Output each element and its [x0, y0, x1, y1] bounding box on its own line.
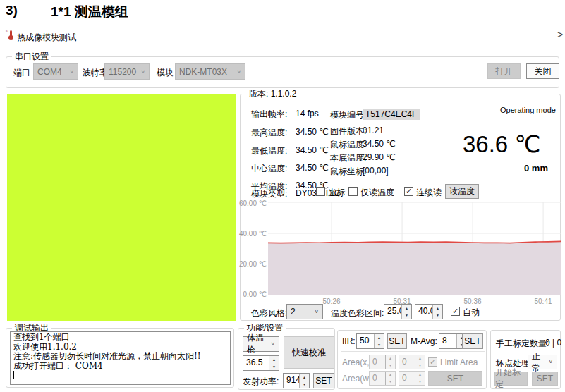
x-tick-3: 50:36: [455, 298, 490, 305]
readonly-checkbox[interactable]: [348, 187, 358, 196]
area-y-value: 0: [399, 355, 415, 369]
chart-plot-area: [268, 202, 561, 295]
big-temperature-value: 36.6 ℃: [463, 130, 540, 158]
spinner-arrows-icon[interactable]: ▲▼: [299, 374, 309, 388]
iir-value: 50: [357, 334, 374, 348]
cursor-checkbox-label: 光标: [328, 187, 345, 199]
close-port-button[interactable]: 关闭: [526, 63, 559, 79]
firmware-label: 固件版本:: [330, 125, 366, 137]
debug-line: 欢迎使用1.1.0.2: [13, 343, 230, 353]
manual-calib-count-label: 手工标定数量:: [496, 338, 549, 350]
base-temp-label: 本底温度:: [330, 152, 366, 164]
window-title: 热成像模块测试: [17, 32, 76, 44]
area-set-button[interactable]: SET: [428, 371, 482, 386]
spinner-arrows-icon: ▲▼: [415, 355, 425, 369]
temperature-chart: 60.00 ℃ 40.00 ℃ 20.00 ℃ 0.00 ℃ 50:26 50:…: [241, 202, 561, 307]
color-style-label: 色彩风格:: [251, 307, 287, 319]
spinner-arrows-icon[interactable]: ▲▼: [269, 356, 279, 370]
manual-calib-count-value: 0 | 0: [545, 338, 561, 348]
area-x-spinner[interactable]: 0 ▲▼: [369, 355, 396, 369]
calibration-group: 手工标定数量: 0 | 0 坏点处理: 正常 ∨ 开始标定 SET: [490, 330, 561, 389]
limit-area-checkbox[interactable]: [428, 357, 437, 367]
mavg-label: M-Avg:: [411, 336, 437, 346]
range-max-spinner[interactable]: 40.0 ▲▼: [415, 304, 443, 319]
debug-line: 成功打开端口： COM4: [13, 362, 230, 372]
emit-power-label: 发射功率:: [243, 376, 279, 388]
debug-output-group: 调试输出 查找到1个端口 欢迎使用1.1.0.2 注意:传感器切勿长时间对准光源…: [6, 328, 234, 388]
baud-value: 115200: [109, 67, 136, 77]
x-tick-4: 50:41: [525, 298, 561, 305]
spinner-arrows-icon: ▲▼: [385, 355, 395, 369]
y-tick-20: 20.00 ℃: [239, 260, 267, 268]
spinner-arrows-icon: ▲▼: [415, 372, 425, 385]
y-tick-0: 0.00 ℃: [243, 290, 267, 298]
start-calibration-button[interactable]: 开始标定: [494, 372, 528, 386]
quick-calibrate-button[interactable]: 快速校准: [284, 336, 334, 369]
body-temp-value: 36.5: [243, 356, 269, 370]
module-type-label: 模块类型:: [251, 188, 287, 200]
auto-checkbox[interactable]: [451, 307, 460, 316]
center-temp-value: 34.50 ℃: [296, 163, 329, 173]
iir-spinner[interactable]: 50 ▲▼: [356, 333, 384, 349]
bad-pixel-select[interactable]: 正常 ∨: [528, 355, 557, 369]
debug-output-textbox[interactable]: 查找到1个端口 欢迎使用1.1.0.2 注意:传感器切勿长时间对准光源，禁止朝向…: [10, 331, 231, 385]
iir-label: IIR:: [342, 336, 356, 346]
color-style-select[interactable]: 2 ∨: [286, 304, 323, 319]
read-temp-button[interactable]: 读温度: [445, 184, 479, 199]
spinner-arrows-icon[interactable]: ▲▼: [432, 305, 442, 319]
spinner-arrows-icon[interactable]: ▲▼: [401, 305, 411, 319]
module-value: NDK-MT03X: [179, 67, 227, 77]
range-max-value: 40.0: [415, 305, 432, 319]
limit-area-label: Limit Area: [440, 357, 478, 367]
frame-rate-value: 14 fps: [296, 109, 319, 118]
area-y-spinner[interactable]: 0 ▲▼: [399, 355, 425, 369]
chevron-down-icon: ∨: [548, 360, 553, 365]
calibration-set-button[interactable]: SET: [532, 372, 558, 386]
bad-pixel-value: 正常: [532, 350, 548, 374]
distance-value: 0 mm: [524, 163, 548, 173]
doc-heading-number: 3): [6, 3, 18, 18]
min-temp-value: 34.50 ℃: [296, 145, 329, 155]
color-style-value: 2: [291, 307, 296, 317]
area-h-spinner[interactable]: 0 ▲▼: [399, 371, 425, 386]
area-x-value: 0: [370, 355, 385, 369]
cursor-checkbox[interactable]: [316, 187, 325, 196]
mouse-coord-value: [00,00]: [363, 166, 389, 176]
range-min-spinner[interactable]: 25.0 ▲▼: [384, 304, 412, 319]
emit-power-value: 914: [284, 374, 299, 388]
area-w-value: 0: [370, 372, 385, 385]
module-select[interactable]: NDK-MT03X ∨: [175, 63, 245, 80]
iir-set-button[interactable]: SET: [387, 333, 407, 349]
serial-settings-group: 串口设置 端口 COM4 ∨ 波特率 115200 ∨ 模块 NDK-MT03X…: [6, 56, 559, 88]
continuous-checkbox[interactable]: [404, 187, 413, 196]
divider: [341, 351, 485, 352]
emit-power-spinner[interactable]: 914 ▲▼: [283, 373, 310, 388]
app-window: 3) 1*1 测温模组 c 热成像模块测试 > 串口设置 端口 COM4 ∨ 波…: [0, 0, 565, 392]
mode-select[interactable]: 体温枪 ∨: [243, 336, 279, 352]
port-value: COM4: [37, 67, 62, 77]
chevron-down-icon: ∨: [314, 309, 319, 314]
serial-group-label: 串口设置: [12, 51, 51, 63]
thermal-image-view[interactable]: [7, 94, 236, 321]
chevron-down-icon: ∨: [69, 69, 74, 74]
frame-rate-label: 输出帧率:: [251, 109, 287, 121]
area-w-spinner[interactable]: 0 ▲▼: [369, 371, 396, 386]
filter-area-group: IIR: 50 ▲▼ SET M-Avg: 8 ▲▼ SET Area(x,y)…: [337, 330, 487, 389]
max-temp-value: 34.50 ℃: [296, 127, 329, 137]
chevron-right-icon[interactable]: >: [557, 29, 563, 40]
baud-select[interactable]: 115200 ∨: [104, 63, 150, 80]
min-temp-label: 最低温度:: [251, 145, 287, 157]
open-port-button[interactable]: 打开: [487, 63, 521, 79]
spinner-arrows-icon[interactable]: ▲▼: [374, 334, 384, 348]
area-h-value: 0: [399, 372, 415, 385]
port-label: 端口: [13, 67, 30, 79]
auto-checkbox-label: 自动: [463, 307, 480, 319]
body-temp-spinner[interactable]: 36.5 ▲▼: [243, 355, 279, 371]
spinner-arrows-icon: ▲▼: [385, 372, 395, 385]
base-temp-value: 29.90 ℃: [363, 152, 396, 162]
emit-power-set-button[interactable]: SET: [313, 373, 334, 388]
mavg-set-button[interactable]: SET: [462, 333, 483, 349]
port-select[interactable]: COM4 ∨: [33, 63, 78, 80]
y-tick-60: 60.00 ℃: [239, 200, 267, 207]
mode-value: 体温枪: [247, 332, 270, 356]
